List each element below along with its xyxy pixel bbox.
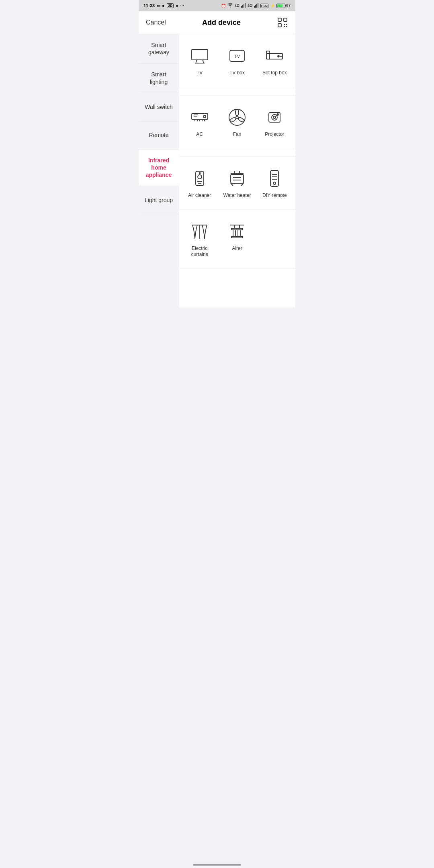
sidebar-item-smart-gateway[interactable]: Smart gateway	[139, 34, 179, 63]
sidebar-label-light-group: Light group	[145, 197, 173, 204]
circle-icon: ●	[162, 3, 165, 8]
scan-button[interactable]	[277, 17, 288, 28]
sidebar: Smart gateway Smart lighting Wall switch…	[139, 34, 179, 307]
device-label-settopbox: Set top box	[262, 70, 287, 76]
device-airer[interactable]: Airer	[220, 216, 254, 262]
sidebar-item-infrared[interactable]: Infrared home appliance	[139, 149, 179, 186]
device-label-tvbox: TV box	[229, 70, 245, 76]
device-label-projector: Projector	[265, 131, 284, 138]
air-cleaner-icon	[188, 167, 211, 190]
device-grid-gateway: TV TV TV box	[183, 41, 291, 80]
svg-rect-14	[284, 26, 285, 27]
svg-rect-6	[256, 4, 257, 8]
svg-point-39	[236, 116, 238, 119]
svg-rect-4	[254, 6, 255, 8]
svg-rect-1	[242, 5, 243, 8]
tvbox-icon: TV	[226, 45, 248, 67]
loop-icon: ∞	[157, 3, 160, 8]
sidebar-item-light-group[interactable]: Light group	[139, 186, 179, 214]
battery-level: 17	[286, 4, 291, 8]
svg-point-46	[277, 114, 278, 115]
device-grid-wall: AC Fan	[183, 102, 291, 142]
device-label-air-cleaner: Air cleaner	[188, 192, 211, 199]
section-wall-switch: AC Fan	[179, 96, 295, 149]
diy-remote-icon	[263, 167, 286, 190]
device-label-tv: TV	[197, 70, 203, 76]
sidebar-label-smart-lighting: Smart lighting	[143, 71, 175, 85]
device-label-fan: Fan	[233, 131, 242, 138]
device-diy-remote[interactable]: DIY remote	[258, 163, 291, 203]
svg-rect-70	[231, 228, 243, 230]
svg-text:TV: TV	[234, 54, 240, 59]
cancel-button[interactable]: Cancel	[146, 19, 166, 26]
signal2-icon	[254, 3, 259, 8]
bolt-icon: ⚡	[270, 4, 275, 8]
more-icon: ···	[180, 3, 184, 8]
svg-point-27	[278, 55, 279, 57]
device-electric-curtains[interactable]: Electric curtains	[183, 216, 216, 262]
ac-icon	[188, 106, 211, 129]
device-tvbox[interactable]: TV TV box	[220, 41, 254, 80]
section-remote	[179, 148, 295, 157]
svg-point-51	[199, 173, 200, 174]
main-layout: Smart gateway Smart lighting Wall switch…	[139, 34, 295, 307]
page-title: Add device	[202, 18, 241, 27]
content-area: TV TV TV box	[179, 34, 295, 307]
device-tv[interactable]: TV	[183, 41, 216, 80]
svg-point-40	[235, 109, 239, 116]
hd2-icon: HD2	[260, 4, 268, 8]
svg-rect-75	[231, 236, 243, 238]
svg-rect-0	[241, 6, 242, 8]
tv-icon	[188, 45, 211, 67]
svg-rect-52	[231, 174, 244, 183]
svg-point-41	[237, 117, 245, 123]
sidebar-item-remote[interactable]: Remote	[139, 121, 179, 149]
device-settopbox[interactable]: Set top box	[258, 41, 291, 80]
svg-rect-10	[278, 24, 281, 27]
sidebar-label-wall-switch: Wall switch	[145, 103, 173, 111]
device-label-electric-curtains: Electric curtains	[185, 246, 214, 258]
svg-point-44	[272, 115, 277, 120]
svg-point-45	[273, 116, 276, 119]
svg-rect-12	[284, 24, 285, 25]
settopbox-icon	[263, 45, 286, 67]
device-projector[interactable]: Projector	[258, 102, 291, 142]
section-smart-lighting	[179, 87, 295, 96]
fan-icon	[226, 106, 248, 129]
sidebar-label-remote: Remote	[149, 131, 168, 139]
circle2-icon: ●	[176, 3, 178, 8]
alarm-icon: ⏰	[221, 4, 226, 8]
device-grid-infrared: Air cleaner	[183, 163, 291, 203]
status-right: ⏰ 4G 4G HD2 ⚡ 17	[221, 3, 291, 8]
battery: 17	[276, 4, 291, 8]
svg-rect-3	[245, 3, 246, 8]
airer-icon	[226, 220, 248, 243]
device-water-heater[interactable]: Water heater	[220, 163, 254, 203]
device-label-ac: AC	[196, 131, 203, 138]
sidebar-item-smart-lighting[interactable]: Smart lighting	[139, 63, 179, 93]
device-grid-lightgroup: Electric curtains	[183, 216, 291, 262]
svg-rect-5	[255, 5, 256, 8]
device-label-airer: Airer	[232, 246, 242, 252]
svg-rect-15	[286, 26, 287, 27]
section-infrared: Air cleaner	[179, 157, 295, 210]
sidebar-label-smart-gateway: Smart gateway	[143, 41, 175, 56]
device-fan[interactable]: Fan	[220, 102, 254, 142]
device-ac[interactable]: AC	[183, 102, 216, 142]
wifi-icon	[227, 3, 233, 8]
device-label-water-heater: Water heater	[223, 192, 251, 199]
signal-icon	[241, 3, 246, 8]
svg-rect-16	[192, 49, 208, 60]
electric-curtains-icon	[188, 220, 211, 243]
device-air-cleaner[interactable]: Air cleaner	[183, 163, 216, 203]
svg-point-32	[203, 115, 206, 118]
svg-rect-13	[286, 24, 287, 25]
status-bar: 11:33 ∞ ● JD ● ··· ⏰ 4G 4G HD2 ⚡ 17	[139, 0, 295, 11]
water-heater-icon	[226, 167, 248, 190]
sidebar-item-wall-switch[interactable]: Wall switch	[139, 93, 179, 121]
svg-point-42	[229, 117, 237, 123]
sidebar-label-infrared: Infrared home appliance	[143, 157, 175, 179]
svg-point-64	[273, 182, 276, 184]
header: Cancel Add device	[139, 11, 295, 34]
section-smart-gateway: TV TV TV box	[179, 34, 295, 87]
